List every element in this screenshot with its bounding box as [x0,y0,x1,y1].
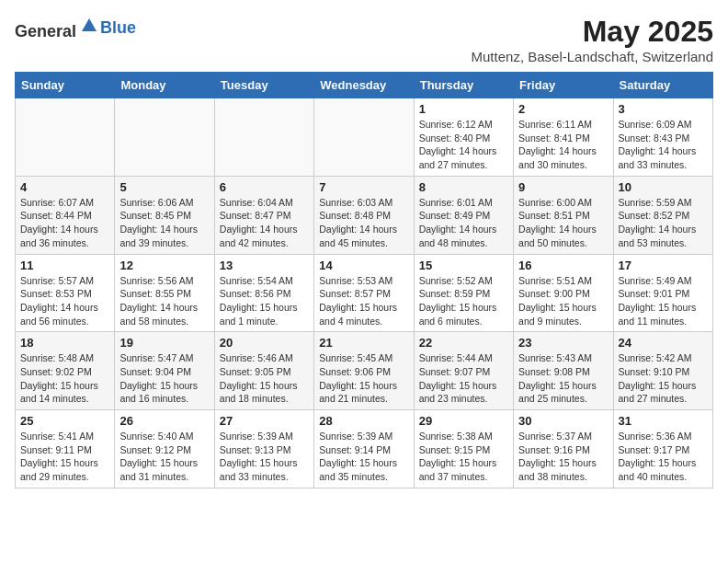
calendar-cell [314,98,414,177]
day-number: 4 [20,180,109,194]
day-number: 21 [319,336,408,350]
calendar-cell: 15Sunrise: 5:52 AM Sunset: 8:59 PM Dayli… [414,254,513,332]
day-info: Sunrise: 5:53 AM Sunset: 8:57 PM Dayligh… [319,274,408,328]
logo: General Blue [15,15,136,41]
day-info: Sunrise: 5:47 AM Sunset: 9:04 PM Dayligh… [119,351,209,406]
calendar-week-row: 18Sunrise: 5:48 AM Sunset: 9:02 PM Dayli… [16,332,713,410]
day-number: 10 [619,180,708,194]
day-number: 15 [419,259,508,272]
day-number: 1 [419,102,508,116]
day-number: 31 [619,414,708,428]
calendar-cell: 12Sunrise: 5:56 AM Sunset: 8:55 PM Dayli… [115,254,214,332]
calendar-cell: 18Sunrise: 5:48 AM Sunset: 9:02 PM Dayli… [16,332,115,410]
day-info: Sunrise: 5:48 AM Sunset: 9:02 PM Dayligh… [20,351,109,406]
calendar-cell: 4Sunrise: 6:07 AM Sunset: 8:44 PM Daylig… [16,176,115,254]
title-area: May 2025 Muttenz, Basel-Landschaft, Swit… [472,15,713,64]
day-info: Sunrise: 6:12 AM Sunset: 8:40 PM Dayligh… [419,118,508,172]
calendar-cell: 29Sunrise: 5:38 AM Sunset: 9:15 PM Dayli… [414,410,513,488]
day-info: Sunrise: 5:37 AM Sunset: 9:16 PM Dayligh… [518,430,608,484]
day-info: Sunrise: 6:07 AM Sunset: 8:44 PM Dayligh… [20,196,109,250]
day-number: 6 [220,180,309,194]
day-number: 30 [518,414,608,428]
day-number: 14 [319,259,408,272]
calendar-cell: 6Sunrise: 6:04 AM Sunset: 8:47 PM Daylig… [214,176,313,254]
page-header: General Blue May 2025 Muttenz, Basel-Lan… [15,15,713,64]
day-number: 19 [119,336,209,350]
calendar-cell: 22Sunrise: 5:44 AM Sunset: 9:07 PM Dayli… [414,332,513,410]
day-number: 17 [619,259,708,272]
calendar-week-row: 1Sunrise: 6:12 AM Sunset: 8:40 PM Daylig… [16,98,713,177]
calendar-cell [214,98,313,177]
calendar-cell: 5Sunrise: 6:06 AM Sunset: 8:45 PM Daylig… [115,176,214,254]
day-number: 7 [319,180,408,194]
day-info: Sunrise: 5:45 AM Sunset: 9:06 PM Dayligh… [319,351,408,406]
day-info: Sunrise: 5:39 AM Sunset: 9:14 PM Dayligh… [319,430,408,484]
day-number: 9 [518,180,608,194]
day-info: Sunrise: 6:09 AM Sunset: 8:43 PM Dayligh… [619,118,708,172]
day-info: Sunrise: 5:51 AM Sunset: 9:00 PM Dayligh… [518,274,608,328]
calendar-cell: 27Sunrise: 5:39 AM Sunset: 9:13 PM Dayli… [214,410,313,488]
day-number: 12 [119,259,209,272]
day-info: Sunrise: 5:38 AM Sunset: 9:15 PM Dayligh… [419,430,508,484]
day-info: Sunrise: 5:36 AM Sunset: 9:17 PM Dayligh… [619,430,708,484]
day-info: Sunrise: 5:56 AM Sunset: 8:55 PM Dayligh… [119,274,209,328]
day-info: Sunrise: 6:03 AM Sunset: 8:48 PM Dayligh… [319,196,408,250]
calendar-cell: 7Sunrise: 6:03 AM Sunset: 8:48 PM Daylig… [314,176,414,254]
day-number: 8 [419,180,508,194]
month-title: May 2025 [472,15,713,49]
location-title: Muttenz, Basel-Landschaft, Switzerland [472,49,713,64]
calendar-cell [115,98,214,177]
day-info: Sunrise: 6:06 AM Sunset: 8:45 PM Dayligh… [119,196,209,250]
day-number: 23 [518,336,608,350]
calendar-cell: 28Sunrise: 5:39 AM Sunset: 9:14 PM Dayli… [314,410,414,488]
day-number: 27 [220,414,309,428]
day-info: Sunrise: 5:59 AM Sunset: 8:52 PM Dayligh… [619,196,708,250]
weekday-header-monday: Monday [115,73,214,98]
calendar-cell: 17Sunrise: 5:49 AM Sunset: 9:01 PM Dayli… [613,254,712,332]
calendar-cell: 25Sunrise: 5:41 AM Sunset: 9:11 PM Dayli… [16,410,115,488]
day-number: 26 [119,414,209,428]
calendar-cell: 19Sunrise: 5:47 AM Sunset: 9:04 PM Dayli… [115,332,214,410]
day-info: Sunrise: 5:42 AM Sunset: 9:10 PM Dayligh… [619,351,708,406]
day-number: 20 [220,336,309,350]
logo-general: General [15,22,76,40]
logo-icon [78,15,100,37]
calendar-cell: 1Sunrise: 6:12 AM Sunset: 8:40 PM Daylig… [414,98,513,177]
day-info: Sunrise: 6:04 AM Sunset: 8:47 PM Dayligh… [220,196,309,250]
logo-blue: Blue [100,18,136,37]
day-info: Sunrise: 6:11 AM Sunset: 8:41 PM Dayligh… [518,118,608,172]
day-info: Sunrise: 6:01 AM Sunset: 8:49 PM Dayligh… [419,196,508,250]
day-number: 11 [20,259,109,272]
day-info: Sunrise: 6:00 AM Sunset: 8:51 PM Dayligh… [518,196,608,250]
day-info: Sunrise: 5:57 AM Sunset: 8:53 PM Dayligh… [20,274,109,328]
calendar-week-row: 11Sunrise: 5:57 AM Sunset: 8:53 PM Dayli… [16,254,713,332]
day-number: 25 [20,414,109,428]
calendar-cell: 21Sunrise: 5:45 AM Sunset: 9:06 PM Dayli… [314,332,414,410]
weekday-header-sunday: Sunday [16,73,115,98]
day-number: 22 [419,336,508,350]
weekday-header-saturday: Saturday [613,73,712,98]
weekday-header-wednesday: Wednesday [314,73,414,98]
calendar-cell: 11Sunrise: 5:57 AM Sunset: 8:53 PM Dayli… [16,254,115,332]
calendar-cell: 8Sunrise: 6:01 AM Sunset: 8:49 PM Daylig… [414,176,513,254]
calendar-cell: 23Sunrise: 5:43 AM Sunset: 9:08 PM Dayli… [514,332,613,410]
calendar-cell: 26Sunrise: 5:40 AM Sunset: 9:12 PM Dayli… [115,410,214,488]
calendar-cell: 20Sunrise: 5:46 AM Sunset: 9:05 PM Dayli… [214,332,313,410]
day-number: 5 [119,180,209,194]
calendar-cell: 24Sunrise: 5:42 AM Sunset: 9:10 PM Dayli… [613,332,712,410]
day-number: 3 [619,102,708,116]
day-info: Sunrise: 5:54 AM Sunset: 8:56 PM Dayligh… [220,274,309,328]
day-info: Sunrise: 5:44 AM Sunset: 9:07 PM Dayligh… [419,351,508,406]
calendar-cell: 13Sunrise: 5:54 AM Sunset: 8:56 PM Dayli… [214,254,313,332]
day-number: 13 [220,259,309,272]
calendar-cell: 14Sunrise: 5:53 AM Sunset: 8:57 PM Dayli… [314,254,414,332]
day-number: 24 [619,336,708,350]
calendar-cell: 16Sunrise: 5:51 AM Sunset: 9:00 PM Dayli… [514,254,613,332]
day-info: Sunrise: 5:40 AM Sunset: 9:12 PM Dayligh… [119,430,209,484]
day-info: Sunrise: 5:46 AM Sunset: 9:05 PM Dayligh… [220,351,309,406]
day-info: Sunrise: 5:49 AM Sunset: 9:01 PM Dayligh… [619,274,708,328]
day-number: 18 [20,336,109,350]
weekday-header-tuesday: Tuesday [214,73,313,98]
day-number: 29 [419,414,508,428]
day-number: 2 [518,102,608,116]
